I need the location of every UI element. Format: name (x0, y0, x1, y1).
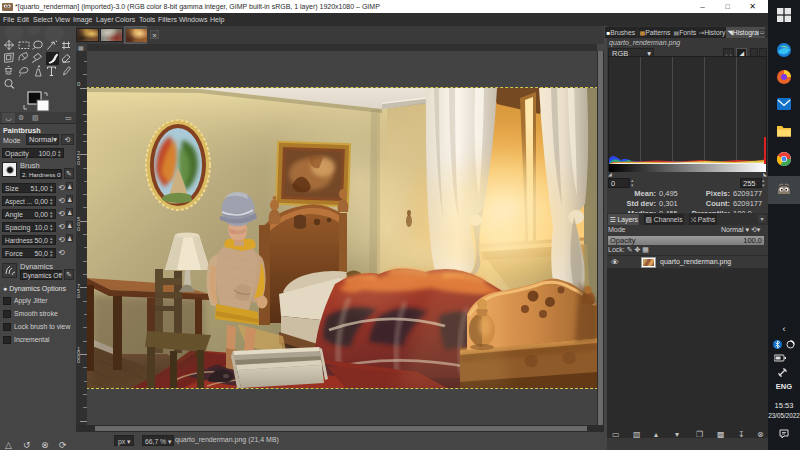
svg-text:0: 0 (77, 81, 81, 87)
